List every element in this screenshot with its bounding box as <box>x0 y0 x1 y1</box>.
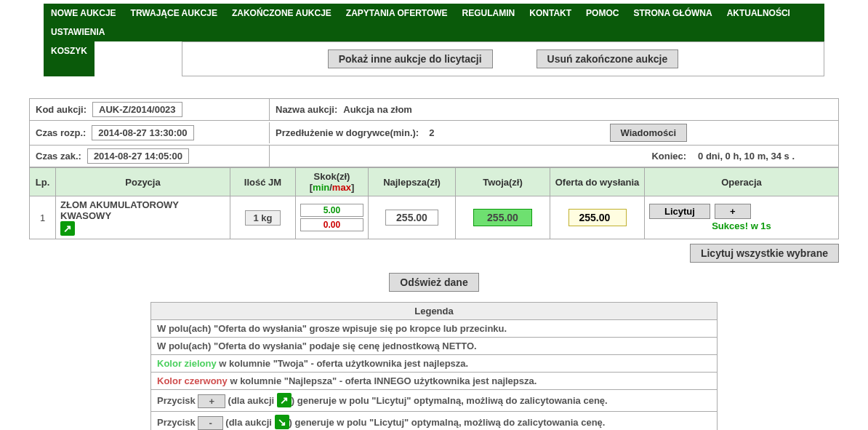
nav-cart[interactable]: KOSZYK <box>44 41 95 76</box>
auction-name: Aukcja na złom <box>343 104 412 115</box>
main-nav: NOWE AUKCJE TRWAJĄCE AUKCJE ZAKOŃCZONE A… <box>44 4 824 41</box>
col-operation: Operacja <box>645 168 839 196</box>
start-label: Czas rozp.: <box>36 127 86 138</box>
col-step: Skok(zł) [min/max] <box>296 168 369 196</box>
extension-label: Przedłużenie w dogrywce(min.): <box>276 127 419 138</box>
nav-new-auctions[interactable]: NOWE AUKCJE <box>44 4 124 23</box>
table-row: 1 ZŁOM AKUMULATOROWY KWASOWY ↗ 1 kg 5.00… <box>30 196 839 239</box>
legend-minus-icon: - <box>198 416 222 430</box>
nav-contact[interactable]: KONTAKT <box>522 4 579 23</box>
legend-row-6: Przycisk - (dla aukcji ↘) generuje w pol… <box>151 412 718 430</box>
legend-plus-icon: + <box>198 394 225 408</box>
up-arrow-icon[interactable]: ↗ <box>60 221 75 236</box>
auction-start: 2014-08-27 13:30:00 <box>92 125 193 140</box>
nav-offer-requests[interactable]: ZAPYTANIA OFERTOWE <box>339 4 455 23</box>
remain-value: 0 dni, 0 h, 10 m, 34 s . <box>698 151 795 162</box>
nav-secondary: KOSZYK <box>44 41 95 76</box>
step-min: 5.00 <box>300 204 363 217</box>
refresh-button[interactable]: Odśwież dane <box>389 273 478 292</box>
success-msg: Sukces! w 1s <box>649 220 834 231</box>
remove-finished-button[interactable]: Usuń zakończone aukcje <box>537 49 679 68</box>
legend-table: Legenda W polu(ach) "Oferta do wysłania"… <box>150 302 718 430</box>
best-price: 255.00 <box>385 210 438 226</box>
auction-info: Kod aukcji: AUK-Z/2014/0023 Nazwa aukcji… <box>29 98 839 167</box>
row-position: ZŁOM AKUMULATOROWY KWASOWY ↗ <box>56 196 230 239</box>
col-offer: Oferta do wysłania <box>550 168 645 196</box>
col-position: Pozycja <box>56 168 230 196</box>
legend-row-3: Kolor zielony w kolumnie "Twoja" - ofert… <box>151 355 718 373</box>
legend-row-2: W polu(ach) "Oferta do wysłania" podaje … <box>151 338 718 355</box>
row-lp: 1 <box>30 196 56 239</box>
auction-end: 2014-08-27 14:05:00 <box>87 148 189 164</box>
name-label: Nazwa aukcji: <box>276 104 337 115</box>
code-label: Kod aukcji: <box>36 104 87 115</box>
extension-value: 2 <box>429 127 434 138</box>
legend-row-1: W polu(ach) "Oferta do wysłania" grosze … <box>151 320 718 338</box>
col-yours: Twoja(zł) <box>456 168 550 196</box>
col-best: Najlepsza(zł) <box>369 168 456 196</box>
bid-all-button[interactable]: Licytuj wszystkie wybrane <box>690 244 839 263</box>
up-arrow-icon: ↗ <box>277 393 292 407</box>
your-price: 255.00 <box>473 209 532 226</box>
nav-finished-auctions[interactable]: ZAKOŃCZONE AUKCJE <box>225 4 339 23</box>
offer-input[interactable] <box>568 209 627 226</box>
bid-button[interactable]: Licytuj <box>649 204 710 219</box>
plus-button[interactable]: + <box>715 204 751 219</box>
legend-row-4: Kolor czerwony w kolumnie "Najlepsza" - … <box>151 373 718 390</box>
nav-news[interactable]: AKTUALNOŚCI <box>720 4 797 23</box>
auction-code: AUK-Z/2014/0023 <box>92 102 182 117</box>
show-other-auctions-button[interactable]: Pokaż inne aukcje do licytacji <box>328 49 493 68</box>
col-lp: Lp. <box>30 168 56 196</box>
col-qty: Ilość JM <box>230 168 296 196</box>
nav-settings[interactable]: USTAWIENIA <box>44 23 112 41</box>
legend-row-5: Przycisk + (dla aukcji ↗) generuje w pol… <box>151 390 718 412</box>
down-arrow-icon: ↘ <box>275 415 289 429</box>
top-actions-bar: Pokaż inne aukcje do licytacji Usuń zako… <box>182 41 824 76</box>
step-max: 0.00 <box>300 218 363 231</box>
remain-label: Koniec: <box>651 151 686 162</box>
messages-button[interactable]: Wiadomości <box>610 124 687 142</box>
nav-ongoing-auctions[interactable]: TRWAJĄCE AUKCJE <box>124 4 225 23</box>
nav-help[interactable]: POMOC <box>579 4 626 23</box>
row-qty: 1 kg <box>245 210 280 226</box>
end-label: Czas zak.: <box>36 151 81 162</box>
legend-title: Legenda <box>151 303 718 320</box>
auction-table: Lp. Pozycja Ilość JM Skok(zł) [min/max] … <box>29 167 839 239</box>
nav-home[interactable]: STRONA GŁÓWNA <box>626 4 719 23</box>
nav-rules[interactable]: REGULAMIN <box>455 4 523 23</box>
